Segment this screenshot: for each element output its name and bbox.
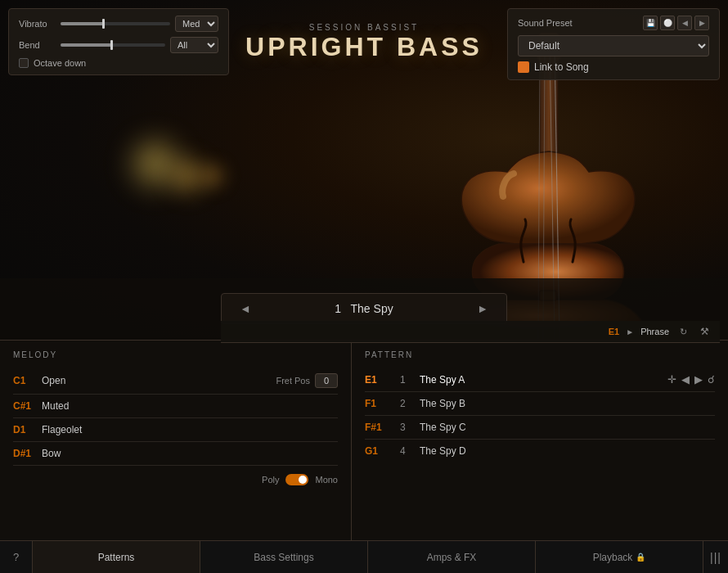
prev-icon[interactable]: ◀ bbox=[681, 373, 690, 386]
pattern-num-4: 4 bbox=[400, 445, 413, 457]
pattern-section: PATTERN E1 1 The Spy A ✛ ◀ ▶ ☌ F1 2 The … bbox=[352, 341, 728, 540]
bend-dropdown[interactable]: All Off Up Down bbox=[170, 37, 218, 53]
melody-name-bow: Bow bbox=[42, 448, 338, 459]
bokeh-light-3 bbox=[196, 160, 229, 192]
playback-lock-icon: 🔒 bbox=[636, 553, 645, 562]
mono-label: Mono bbox=[315, 475, 338, 485]
tab-bass-settings-label: Bass Settings bbox=[254, 552, 313, 563]
e1-bar: E1 ► Phrase ↻ ⚒ bbox=[221, 321, 720, 343]
bend-slider-fill bbox=[61, 43, 113, 47]
sound-preset-header-row: Sound Preset 💾 ⚪ ◀ ▶ bbox=[518, 16, 709, 30]
melody-note-d1: D1 bbox=[13, 424, 42, 435]
pattern-next-arrow[interactable]: ► bbox=[472, 300, 493, 317]
pattern-num-2: 2 bbox=[400, 398, 413, 409]
phrase-label: Phrase bbox=[640, 327, 669, 336]
pattern-selector-bar: ◄ 1 The Spy ► bbox=[221, 293, 507, 324]
melody-row-ds1: D#1 Bow bbox=[13, 442, 338, 466]
tab-playback[interactable]: Playback 🔒 bbox=[536, 541, 703, 573]
meter-icon: ||| bbox=[703, 541, 728, 573]
melody-section-title: MELODY bbox=[13, 350, 338, 359]
link-to-song-label: Link to Song bbox=[534, 61, 589, 73]
melody-row-d1: D1 Flageolet bbox=[13, 418, 338, 442]
poly-label: Poly bbox=[262, 475, 279, 485]
reset-preset-button[interactable]: ⚪ bbox=[660, 16, 675, 30]
melody-name-open: Open bbox=[42, 375, 276, 386]
pattern-note-g1: G1 bbox=[365, 445, 393, 457]
bottom-panel: MELODY C1 Open Fret Pos 0 C#1 Muted D1 F… bbox=[0, 340, 728, 540]
e1-arrow-icon[interactable]: ► bbox=[626, 327, 634, 336]
preset-icon-group: 💾 ⚪ ◀ ▶ bbox=[643, 16, 709, 30]
help-button[interactable]: ? bbox=[0, 541, 33, 573]
vibrato-dropdown[interactable]: Med Off Low High bbox=[175, 16, 218, 32]
e1-note-label: E1 bbox=[609, 327, 619, 336]
melody-section: MELODY C1 Open Fret Pos 0 C#1 Muted D1 F… bbox=[0, 341, 352, 540]
tab-patterns-label: Patterns bbox=[98, 552, 135, 563]
question-mark-label: ? bbox=[13, 551, 19, 563]
fret-pos-value[interactable]: 0 bbox=[315, 373, 338, 388]
pattern-icons-row-1: ✛ ◀ ▶ ☌ bbox=[667, 373, 715, 386]
pattern-prev-arrow[interactable]: ◄ bbox=[235, 300, 256, 317]
prev-preset-button[interactable]: ◀ bbox=[677, 16, 692, 30]
tab-patterns[interactable]: Patterns bbox=[33, 541, 200, 573]
octave-down-checkbox[interactable] bbox=[19, 58, 29, 68]
search-icon[interactable]: ☌ bbox=[708, 373, 715, 386]
next-preset-button[interactable]: ▶ bbox=[694, 16, 709, 30]
melody-note-c1: C1 bbox=[13, 375, 42, 386]
pattern-note-f1: F1 bbox=[365, 398, 393, 409]
phrase-refresh-icon[interactable]: ↻ bbox=[676, 324, 690, 339]
footer-tab-bar: ? Patterns Bass Settings Amps & FX Playb… bbox=[0, 540, 728, 573]
vibrato-control-row: Vibrato Med Off Low High bbox=[19, 16, 218, 32]
pattern-name-spy-d: The Spy D bbox=[420, 445, 715, 457]
top-left-controls-panel: Vibrato Med Off Low High Bend All Off Up bbox=[8, 8, 229, 75]
preset-dropdown[interactable]: Default Warm Bright Jazz bbox=[518, 35, 709, 56]
phrase-settings-icon[interactable]: ⚒ bbox=[697, 324, 712, 339]
vibrato-slider-fill bbox=[61, 22, 105, 25]
pattern-num-3: 3 bbox=[400, 422, 413, 433]
pattern-title: The Spy bbox=[351, 302, 393, 315]
pattern-name-spy-c: The Spy C bbox=[420, 422, 715, 433]
melody-name-muted: Muted bbox=[42, 400, 338, 412]
melody-row-c1: C1 Open Fret Pos 0 bbox=[13, 368, 338, 395]
bend-slider-thumb bbox=[110, 40, 113, 50]
pattern-row-e1[interactable]: E1 1 The Spy A ✛ ◀ ▶ ☌ bbox=[365, 368, 715, 392]
pattern-number: 1 bbox=[335, 302, 341, 315]
link-to-song-row: Link to Song bbox=[518, 61, 709, 73]
pattern-num-1: 1 bbox=[400, 374, 413, 386]
octave-down-row: Octave down bbox=[19, 58, 218, 68]
tab-bass-settings[interactable]: Bass Settings bbox=[200, 541, 368, 573]
pattern-name-display: 1 The Spy bbox=[256, 302, 472, 315]
move-icon[interactable]: ✛ bbox=[667, 373, 676, 386]
vibrato-label: Vibrato bbox=[19, 19, 56, 29]
save-preset-button[interactable]: 💾 bbox=[643, 16, 658, 30]
pattern-note-e1: E1 bbox=[365, 374, 393, 386]
pattern-note-fs1: F#1 bbox=[365, 422, 393, 433]
tab-amps-fx-label: Amps & FX bbox=[427, 552, 477, 563]
bend-control-row: Bend All Off Up Down bbox=[19, 37, 218, 53]
melody-name-flageolet: Flageolet bbox=[42, 424, 338, 435]
tab-playback-label: Playback bbox=[593, 552, 633, 563]
toggle-knob bbox=[299, 476, 307, 484]
pattern-row-f1[interactable]: F1 2 The Spy B bbox=[365, 392, 715, 416]
pattern-section-title: PATTERN bbox=[365, 350, 715, 359]
fret-pos-label: Fret Pos bbox=[276, 376, 310, 386]
melody-note-ds1: D#1 bbox=[13, 448, 42, 459]
vibrato-slider-thumb bbox=[102, 19, 105, 29]
main-container: SESSION BASSIST UPRIGHT BASS Vibrato Med… bbox=[0, 0, 728, 573]
next-icon[interactable]: ▶ bbox=[694, 373, 703, 386]
bend-slider-track[interactable] bbox=[61, 43, 165, 47]
meter-bars-icon: ||| bbox=[710, 551, 721, 564]
sound-preset-label: Sound Preset bbox=[518, 18, 573, 28]
poly-mono-row: Poly Mono bbox=[13, 474, 338, 485]
pattern-name-spy-b: The Spy B bbox=[420, 398, 715, 409]
pattern-row-g1[interactable]: G1 4 The Spy D bbox=[365, 440, 715, 462]
vibrato-slider-track[interactable] bbox=[61, 22, 170, 25]
poly-mono-toggle[interactable] bbox=[285, 474, 308, 485]
link-to-song-indicator[interactable] bbox=[518, 61, 529, 73]
melody-row-cs1: C#1 Muted bbox=[13, 395, 338, 418]
melody-note-cs1: C#1 bbox=[13, 400, 42, 412]
pattern-row-fs1[interactable]: F#1 3 The Spy C bbox=[365, 416, 715, 440]
tab-amps-fx[interactable]: Amps & FX bbox=[368, 541, 536, 573]
octave-down-label: Octave down bbox=[34, 58, 86, 68]
top-right-controls-panel: Sound Preset 💾 ⚪ ◀ ▶ Default Warm Bright… bbox=[507, 8, 720, 80]
pattern-name-spy-a: The Spy A bbox=[420, 374, 661, 386]
